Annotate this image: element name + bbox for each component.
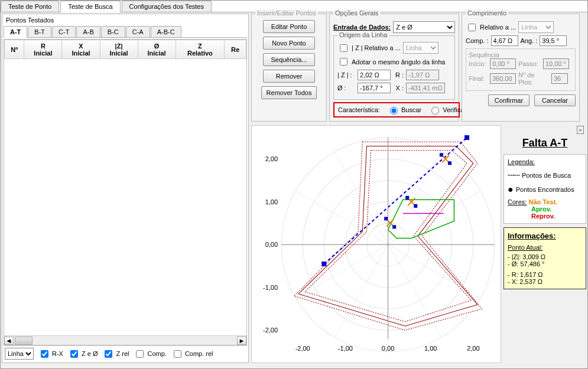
tab-teste-busca[interactable]: Teste de Busca [60,1,120,12]
col-zrel[interactable]: ZRelativo [176,40,225,59]
svg-rect-41 [448,161,451,165]
passo-input [543,58,569,69]
col-o[interactable]: ØInicial [138,40,176,59]
cores-label: Cores: [508,198,527,205]
dash-icon: ┈┈ [508,169,519,182]
svg-rect-33 [392,225,396,228]
scroll-right-icon[interactable]: ► [237,337,246,345]
col-re[interactable]: Re [225,40,246,59]
col-x[interactable]: XInicial [62,40,100,59]
subtab-abc[interactable]: A-B-C [151,26,181,37]
cor-nt: Não Test. [528,198,557,205]
adotar-check[interactable] [340,58,347,66]
remover-todos-button[interactable]: Remover Todos [261,86,317,99]
caract-label: Característica: [338,106,380,113]
col-n[interactable]: Nº [5,40,24,59]
adotar-label: Adotar o mesmo ângulo da linha [352,58,445,66]
svg-line-10 [295,191,388,245]
seq-title: Sequência [469,51,573,58]
x-label: X : [393,84,404,92]
bottom-bar: Linha R-X Z e Ø Z rel Comp. Comp. rel [4,345,247,361]
confirmar-button[interactable]: Confirmar [488,94,529,106]
ang-label: Ang. : [521,37,538,44]
radio-verificar[interactable]: Verificar [428,105,466,115]
scroll-thumb[interactable] [15,337,33,345]
close-chart-icon[interactable]: ▫ [577,126,584,134]
linha-select[interactable]: Linha [5,348,34,360]
subtab-bc[interactable]: B-C [101,26,125,37]
chk-comprel[interactable]: Comp. rel [171,348,213,360]
opcoes-gerais-group: Opções Gerais Entrada de Dados: Z e Ø Or… [329,14,459,122]
legenda-title: Legenda: [508,158,582,165]
passo-label: Passo: [518,60,541,67]
svg-text:1,00: 1,00 [265,198,278,205]
z-relativo-label: | Z | Relativo a ... [352,44,401,51]
x-input [406,83,445,93]
svg-rect-29 [321,262,326,266]
z-input[interactable] [358,70,391,80]
final-label: Final: [469,75,488,82]
info-box: Informações: Ponto Atual: - |Z|: 3,009 Ω… [503,227,586,289]
subtab-ct[interactable]: C-T [52,26,76,37]
cancelar-button[interactable]: Cancelar [534,94,576,106]
svg-text:2,00: 2,00 [467,345,479,352]
leg-enc: Pontos Encontrados [516,186,574,193]
remover-button[interactable]: Remover [263,70,315,83]
entrada-select[interactable]: Z e Ø [393,21,455,33]
svg-text:2,00: 2,00 [265,155,278,162]
subtab-bt[interactable]: B-T [28,26,51,37]
pontos-testados-panel: Pontos Testados A-T B-T C-T A-B B-C C-A … [2,14,249,363]
entrada-label: Entrada de Dados: [333,24,391,31]
tab-teste-ponto[interactable]: Teste de Ponto [1,1,59,12]
inicio-input [490,58,516,69]
comp-input[interactable] [491,35,518,46]
sequencia-button[interactable]: Sequência... [263,53,315,66]
o-input[interactable] [358,83,391,93]
chart[interactable]: -2,00-1,000,001,002,00-2,00-1,000,001,00… [251,125,501,363]
sequencia-group: Sequência Início: Passo: Final: Nº de Pt… [466,48,576,91]
relativo-check[interactable] [468,24,476,31]
novo-ponto-button[interactable]: Novo Ponto [263,37,315,50]
r-label: R : [393,71,404,79]
scroll-left-icon[interactable]: ◄ [4,337,14,345]
cor-rp: Reprov. [531,213,555,220]
final-input [490,73,516,84]
info-x: - X: 2,537 Ω [508,278,582,285]
chart-svg: -2,00-1,000,001,002,00-2,00-1,000,001,00… [252,126,501,363]
z-relativo-check[interactable] [340,44,347,52]
subtab-ab[interactable]: A-B [76,26,100,37]
comprimento-group: Comprimento Relativo a ... Linha Comp. :… [462,14,580,122]
r-input [406,70,439,80]
svg-rect-37 [414,204,417,208]
cor-ap: Aprov. [531,205,551,213]
chk-zrel[interactable]: Z rel [102,348,129,360]
ang-input[interactable] [540,35,567,46]
comp-title: Comprimento [466,9,508,17]
chk-zeo[interactable]: Z e Ø [68,348,98,360]
table-area: Nº RInicial XInicial |Z|Inicial ØInicial… [4,39,247,345]
chk-comp[interactable]: Comp. [134,348,166,360]
inserir-group: Inserir/Editar Pontos Editar Ponto Novo … [251,14,327,122]
col-z[interactable]: |Z|Inicial [100,40,138,59]
svg-text:-1,00: -1,00 [263,284,278,291]
svg-text:-2,00: -2,00 [263,326,278,334]
chk-rx[interactable]: R-X [38,348,63,360]
falta-title: Falta A-T [503,137,586,149]
relativo-label: Relativo a ... [480,24,516,31]
hscroll[interactable]: ◄ ► [4,335,246,345]
col-r[interactable]: RInicial [24,40,62,59]
o-label: Ø : [337,84,355,92]
subtab-ca[interactable]: C-A [126,26,150,37]
editar-ponto-button[interactable]: Editar Ponto [263,20,315,33]
radio-buscar[interactable]: Buscar [387,105,421,115]
ponto-atual: Ponto Atual: [508,244,582,251]
svg-line-6 [388,191,480,245]
subtab-at[interactable]: A-T [4,26,27,38]
tab-config-testes[interactable]: Configurações dos Testes [122,1,212,12]
nptos-input [551,73,568,84]
svg-text:1,00: 1,00 [424,345,437,352]
svg-rect-34 [384,217,388,220]
inicio-label: Início: [469,60,488,67]
info-r: - R: 1,617 Ω [508,271,582,278]
sub-tabs: A-T B-T C-T A-B B-C C-A A-B-C [4,26,247,38]
